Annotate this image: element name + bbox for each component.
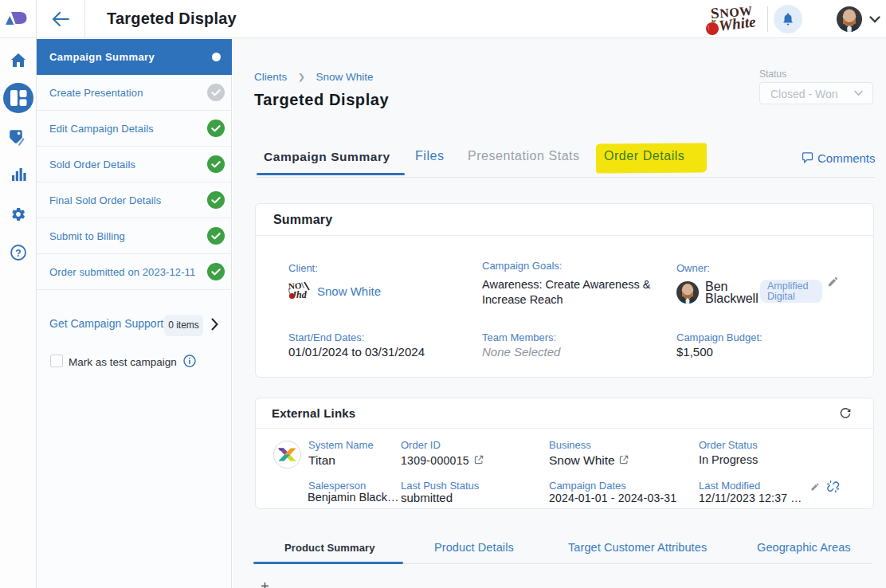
svg-text:?: ?: [15, 248, 21, 259]
